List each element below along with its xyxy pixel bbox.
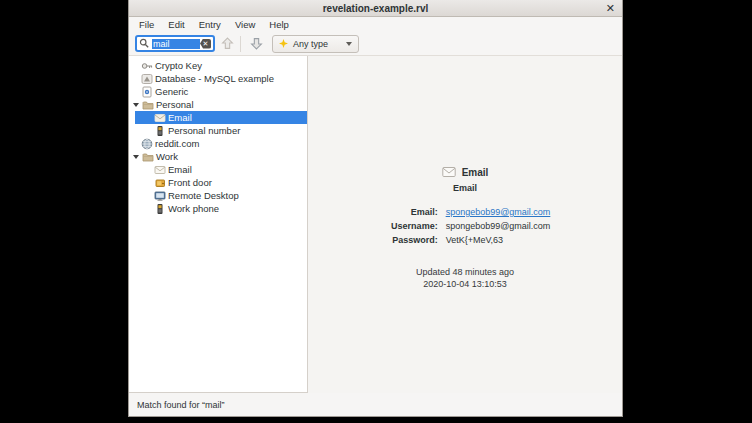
email-open-icon — [154, 164, 166, 176]
generic-icon — [141, 86, 153, 98]
expander-icon[interactable] — [133, 103, 139, 107]
any-type-star-icon — [279, 39, 288, 48]
entry-tree[interactable]: Crypto Key Database - MySQL example Gene… — [129, 56, 308, 393]
find-previous-button[interactable] — [218, 34, 237, 53]
window-close-icon[interactable]: ✕ — [606, 1, 615, 16]
toolbar-separator — [240, 36, 241, 52]
search-input[interactable]: mail ✕ — [135, 35, 215, 52]
menu-entry[interactable]: Entry — [192, 17, 228, 32]
arrow-up-icon — [221, 37, 234, 50]
clear-entry-icon[interactable]: ✕ — [200, 39, 211, 49]
tree-item-database[interactable]: Database - MySQL example — [129, 72, 307, 85]
tree-item-personal-number[interactable]: Personal number — [129, 124, 307, 137]
chevron-down-icon — [346, 42, 352, 46]
username-value: spongebob99@gmail.com — [446, 221, 551, 231]
door-icon — [154, 177, 166, 189]
updated-timestamp: 2020-10-04 13:10:53 — [416, 278, 514, 290]
menu-view[interactable]: View — [228, 17, 262, 32]
arrow-down-icon — [250, 37, 263, 50]
updated-info: Updated 48 minutes ago 2020-10-04 13:10:… — [416, 266, 514, 290]
search-icon — [139, 38, 150, 49]
phone-icon — [154, 125, 166, 137]
folder-icon — [142, 151, 154, 163]
status-message: Match found for “mail” — [137, 400, 225, 410]
folder-icon — [142, 99, 154, 111]
type-filter-value: Any type — [293, 39, 346, 49]
menubar: File Edit Entry View Help — [129, 17, 622, 32]
titlebar[interactable]: revelation-example.rvl ✕ — [129, 0, 622, 17]
entry-type: Email — [453, 183, 477, 193]
statusbar: Match found for “mail” — [129, 393, 622, 416]
toolbar: mail ✕ Any type — [129, 32, 622, 56]
tree-item-remote-desktop[interactable]: Remote Desktop — [129, 189, 307, 202]
tree-item-front-door[interactable]: Front door — [129, 176, 307, 189]
database-icon — [141, 73, 153, 85]
key-icon — [141, 60, 153, 72]
email-icon — [154, 112, 166, 124]
app-window: revelation-example.rvl ✕ File Edit Entry… — [128, 0, 623, 417]
field-label-password: Password: — [380, 235, 438, 245]
phone-icon — [154, 203, 166, 215]
tree-item-crypto-key[interactable]: Crypto Key — [129, 59, 307, 72]
entry-title: Email — [462, 167, 489, 178]
tree-item-reddit[interactable]: reddit.com — [129, 137, 307, 150]
remote-desktop-icon — [154, 190, 166, 202]
main-area: Crypto Key Database - MySQL example Gene… — [129, 56, 622, 393]
field-list: Email: spongebob99@gmail.com Username: s… — [380, 207, 551, 245]
updated-relative: Updated 48 minutes ago — [416, 266, 514, 278]
type-filter-dropdown[interactable]: Any type — [272, 35, 359, 53]
entry-details-panel: Email Email Email: spongebob99@gmail.com… — [308, 56, 622, 393]
window-title: revelation-example.rvl — [129, 3, 622, 14]
field-label-username: Username: — [380, 221, 438, 231]
find-next-button[interactable] — [247, 34, 266, 53]
email-link[interactable]: spongebob99@gmail.com — [446, 207, 551, 217]
search-text: mail — [152, 39, 200, 49]
tree-item-personal-folder[interactable]: Personal — [129, 98, 307, 111]
details-header: Email — [442, 166, 489, 178]
tree-item-personal-email[interactable]: Email — [135, 111, 307, 124]
tree-item-work-email[interactable]: Email — [129, 163, 307, 176]
tree-item-work-phone[interactable]: Work phone — [129, 202, 307, 215]
website-icon — [141, 138, 153, 150]
menu-help[interactable]: Help — [262, 17, 296, 32]
menu-edit[interactable]: Edit — [161, 17, 191, 32]
expander-icon[interactable] — [133, 155, 139, 159]
field-label-email: Email: — [380, 207, 438, 217]
tree-item-work-folder[interactable]: Work — [129, 150, 307, 163]
password-value: VetK{+MeV,63 — [446, 235, 551, 245]
tree-item-generic[interactable]: Generic — [129, 85, 307, 98]
menu-file[interactable]: File — [132, 17, 161, 32]
email-icon — [442, 166, 456, 178]
